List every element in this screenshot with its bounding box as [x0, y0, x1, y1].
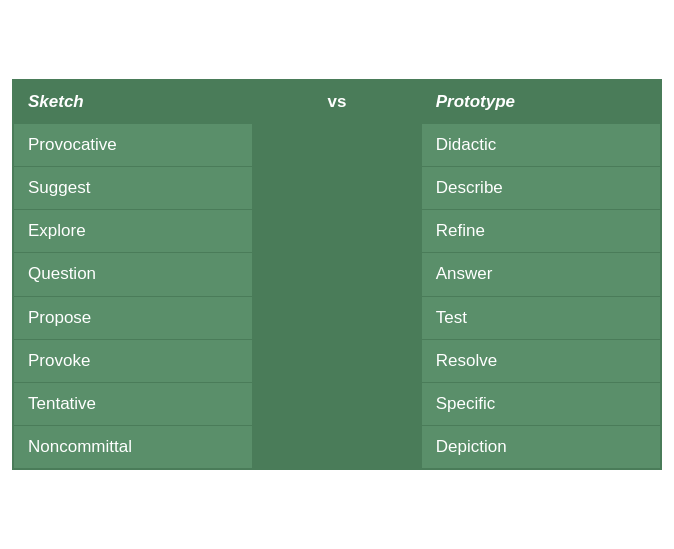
cell-prototype: Refine — [421, 210, 661, 253]
table-row: NoncommittalDepiction — [13, 425, 661, 469]
cell-sketch: Provocative — [13, 124, 253, 167]
cell-prototype: Depiction — [421, 425, 661, 469]
cell-sketch: Provoke — [13, 339, 253, 382]
cell-vs — [253, 339, 421, 382]
cell-sketch: Explore — [13, 210, 253, 253]
cell-sketch: Suggest — [13, 167, 253, 210]
table-row: QuestionAnswer — [13, 253, 661, 296]
comparison-table: Sketch vs Prototype ProvocativeDidacticS… — [12, 79, 662, 470]
table-row: ExploreRefine — [13, 210, 661, 253]
table-body: ProvocativeDidacticSuggestDescribeExplor… — [13, 124, 661, 469]
cell-vs — [253, 425, 421, 469]
cell-sketch: Noncommittal — [13, 425, 253, 469]
table-header-row: Sketch vs Prototype — [13, 80, 661, 124]
cell-sketch: Propose — [13, 296, 253, 339]
cell-prototype: Resolve — [421, 339, 661, 382]
cell-sketch: Tentative — [13, 382, 253, 425]
cell-prototype: Describe — [421, 167, 661, 210]
cell-prototype: Answer — [421, 253, 661, 296]
cell-vs — [253, 296, 421, 339]
cell-vs — [253, 167, 421, 210]
header-vs: vs — [253, 80, 421, 124]
cell-prototype: Specific — [421, 382, 661, 425]
cell-vs — [253, 253, 421, 296]
table-row: SuggestDescribe — [13, 167, 661, 210]
cell-prototype: Didactic — [421, 124, 661, 167]
table-row: ProvokeResolve — [13, 339, 661, 382]
header-prototype: Prototype — [421, 80, 661, 124]
cell-prototype: Test — [421, 296, 661, 339]
table-row: ProvocativeDidactic — [13, 124, 661, 167]
table-row: TentativeSpecific — [13, 382, 661, 425]
cell-vs — [253, 210, 421, 253]
cell-sketch: Question — [13, 253, 253, 296]
table-row: ProposeTest — [13, 296, 661, 339]
header-sketch: Sketch — [13, 80, 253, 124]
cell-vs — [253, 382, 421, 425]
comparison-table-container: Sketch vs Prototype ProvocativeDidacticS… — [12, 79, 662, 470]
cell-vs — [253, 124, 421, 167]
